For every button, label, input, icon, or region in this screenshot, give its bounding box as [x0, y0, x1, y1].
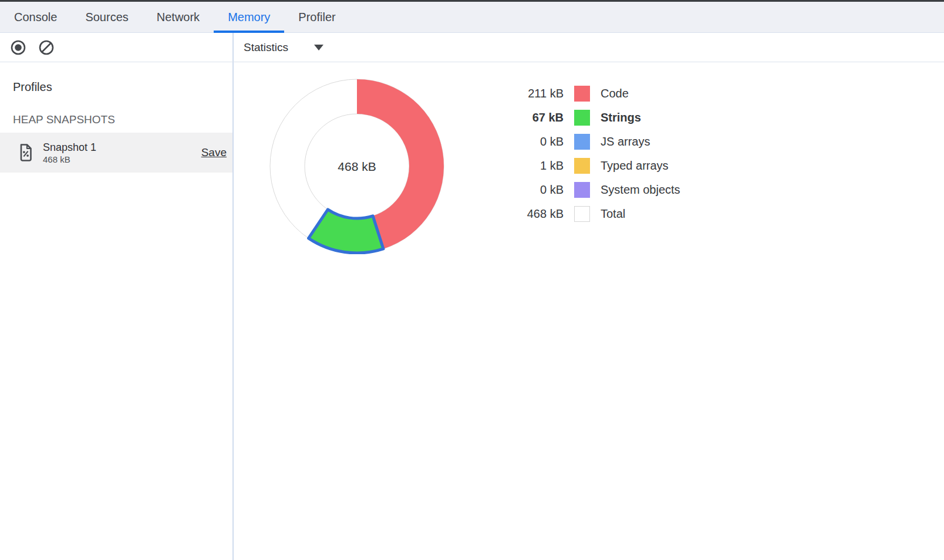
legend-label: System objects — [601, 183, 680, 197]
legend-label: Code — [601, 87, 629, 100]
devtools-memory-panel: Console Sources Network Memory Profiler — [0, 0, 944, 560]
devtools-tab-bar: Console Sources Network Memory Profiler — [0, 2, 944, 33]
legend-row-typed-arrays[interactable]: 1 kB Typed arrays — [520, 158, 680, 174]
clear-profiles-button[interactable] — [38, 39, 55, 56]
heap-snapshots-section-title: HEAP SNAPSHOTS — [0, 113, 232, 126]
profiles-title: Profiles — [0, 80, 232, 94]
legend-row-code[interactable]: 211 kB Code — [520, 86, 680, 102]
legend-row-strings[interactable]: 67 kB Strings — [520, 110, 680, 126]
code-color-swatch — [574, 86, 590, 102]
legend-label: Typed arrays — [601, 159, 669, 173]
legend-value: 0 kB — [520, 135, 564, 149]
tab-memory[interactable]: Memory — [214, 2, 284, 32]
chart-legend: 211 kB Code 67 kB Strings 0 kB JS arrays… — [520, 86, 680, 222]
legend-value: 211 kB — [520, 87, 564, 100]
tab-console[interactable]: Console — [0, 2, 71, 32]
chevron-down-icon — [314, 45, 323, 50]
typed-arrays-color-swatch — [574, 158, 590, 174]
save-snapshot-link[interactable]: Save — [201, 146, 227, 159]
memory-donut-chart: 468 kB — [269, 78, 445, 254]
panel-content: Profiles HEAP SNAPSHOTS Snapshot 1 468 k… — [0, 62, 944, 560]
legend-row-system-objects[interactable]: 0 kB System objects — [520, 182, 680, 198]
snapshot-title: Snapshot 1 — [43, 141, 96, 154]
profiles-sidebar: Profiles HEAP SNAPSHOTS Snapshot 1 468 k… — [0, 62, 234, 560]
legend-row-js-arrays[interactable]: 0 kB JS arrays — [520, 134, 680, 150]
clear-icon — [38, 39, 55, 56]
perspective-dropdown-label: Statistics — [244, 41, 288, 54]
snapshot-text-block: Snapshot 1 468 kB — [43, 141, 96, 164]
tab-profiler[interactable]: Profiler — [284, 2, 349, 32]
legend-value: 468 kB — [520, 207, 564, 221]
legend-label: JS arrays — [601, 135, 650, 149]
memory-toolbar: Statistics — [0, 33, 944, 62]
legend-row-total[interactable]: 468 kB Total — [520, 206, 680, 222]
toolbar-right-section: Statistics — [234, 33, 944, 62]
record-heap-snapshot-button[interactable] — [10, 39, 26, 56]
heap-snapshot-document-icon — [19, 143, 33, 162]
legend-label: Total — [601, 207, 625, 221]
snapshot-list-item[interactable]: Snapshot 1 468 kB Save — [0, 133, 232, 173]
legend-value: 0 kB — [520, 183, 564, 197]
strings-color-swatch — [574, 110, 590, 126]
total-color-swatch — [574, 206, 590, 222]
system-objects-color-swatch — [574, 182, 590, 198]
legend-label: Strings — [601, 111, 641, 124]
toolbar-left-section — [0, 33, 234, 62]
tab-sources[interactable]: Sources — [71, 2, 142, 32]
legend-value: 67 kB — [520, 111, 564, 124]
donut-segment-strings[interactable] — [309, 210, 383, 253]
donut-center-total-label: 468 kB — [338, 160, 376, 173]
statistics-view: 468 kB 211 kB Code 67 kB Strings 0 kB JS… — [234, 62, 944, 560]
snapshot-size: 468 kB — [43, 154, 96, 164]
legend-value: 1 kB — [520, 159, 564, 173]
record-icon — [10, 39, 26, 56]
js-arrays-color-swatch — [574, 134, 590, 150]
tab-network[interactable]: Network — [143, 2, 214, 32]
perspective-dropdown[interactable]: Statistics — [244, 41, 323, 54]
